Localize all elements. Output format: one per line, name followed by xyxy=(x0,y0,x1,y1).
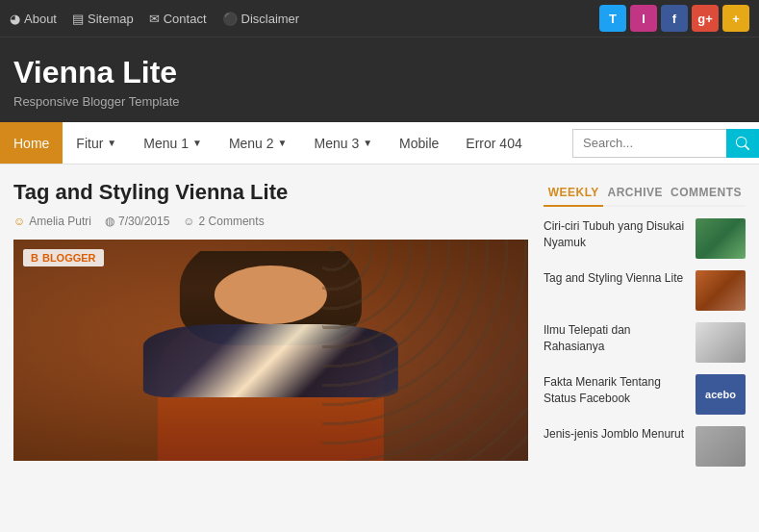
nav-error404[interactable]: Error 404 xyxy=(452,122,535,164)
gplus-button[interactable]: g+ xyxy=(692,5,719,32)
chevron-down-icon: ▼ xyxy=(192,138,202,148)
user-icon: ☺ xyxy=(13,215,25,228)
post-author-meta: ☺ Amelia Putri xyxy=(13,215,91,228)
sidebar: WEEKLY ARCHIVE COMMENTS Ciri-ciri Tubuh … xyxy=(544,180,746,478)
search-button[interactable] xyxy=(726,129,759,158)
post-date-meta: ◍ 7/30/2015 xyxy=(105,215,169,228)
globe-icon: ◕ xyxy=(10,12,20,26)
list-item: Tag and Styling Vienna Lite xyxy=(544,270,746,311)
sidebar-thumbnail xyxy=(696,218,746,259)
site-header: Vienna Lite Responsive Blogger Template xyxy=(0,37,759,122)
nav-menu1[interactable]: Menu 1 ▼ xyxy=(130,122,215,164)
instagram-button[interactable]: I xyxy=(630,5,657,32)
envelope-icon: ✉ xyxy=(149,12,160,26)
chevron-down-icon: ▼ xyxy=(107,138,116,148)
sidebar-post-title: Ciri-ciri Tubuh yang Disukai Nyamuk xyxy=(544,218,688,251)
content-area: Tag and Styling Vienna Lite ☺ Amelia Put… xyxy=(0,165,759,494)
post-comments: 2 Comments xyxy=(199,215,265,228)
info-icon: ⚫ xyxy=(222,12,238,26)
social-icons: T I f g+ + xyxy=(599,5,749,32)
file-icon: ▤ xyxy=(72,12,84,26)
list-item: Ilmu Telepati dan Rahasianya xyxy=(544,322,746,363)
sidebar-thumbnail: acebo xyxy=(696,374,746,415)
sidebar-thumbnail xyxy=(696,426,746,467)
list-item: Ciri-ciri Tubuh yang Disukai Nyamuk xyxy=(544,218,746,259)
top-nav: ◕ About ▤ Sitemap ✉ Contact ⚫ Disclaimer xyxy=(10,12,299,26)
search-form xyxy=(572,122,759,164)
plus-button[interactable]: + xyxy=(722,5,749,32)
sidebar-post-title: Ilmu Telepati dan Rahasianya xyxy=(544,322,688,355)
list-item: Jenis-jenis Jomblo Menurut xyxy=(544,426,746,467)
sidebar-post-title: Jenis-jenis Jomblo Menurut xyxy=(544,426,688,443)
nav-menu3[interactable]: Menu 3 ▼ xyxy=(300,122,386,164)
post-comments-meta: ☺ 2 Comments xyxy=(183,215,264,228)
sidebar-tabs: WEEKLY ARCHIVE COMMENTS xyxy=(544,180,746,207)
main-nav: Home Fitur ▼ Menu 1 ▼ Menu 2 ▼ Menu 3 ▼ … xyxy=(0,122,759,165)
top-bar: ◕ About ▤ Sitemap ✉ Contact ⚫ Disclaimer… xyxy=(0,0,759,37)
about-link[interactable]: ◕ About xyxy=(10,12,57,26)
search-icon xyxy=(736,137,749,150)
disclaimer-link[interactable]: ⚫ Disclaimer xyxy=(222,12,300,26)
post-meta: ☺ Amelia Putri ◍ 7/30/2015 ☺ 2 Comments xyxy=(13,215,528,228)
search-input[interactable] xyxy=(572,129,726,158)
post-image-wrap: B BLOGGER xyxy=(13,240,528,461)
post-image: B BLOGGER xyxy=(13,240,528,461)
tab-archive[interactable]: ARCHIVE xyxy=(603,180,667,205)
site-title: Vienna Lite xyxy=(13,55,746,90)
chevron-down-icon: ▼ xyxy=(278,138,288,148)
nav-menu2[interactable]: Menu 2 ▼ xyxy=(215,122,301,164)
post-title: Tag and Styling Vienna Lite xyxy=(13,180,528,205)
main-post: Tag and Styling Vienna Lite ☺ Amelia Put… xyxy=(13,180,528,478)
nav-mobile[interactable]: Mobile xyxy=(386,122,452,164)
twitter-button[interactable]: T xyxy=(599,5,626,32)
comment-icon: ☺ xyxy=(183,215,194,228)
blogger-icon: B xyxy=(31,252,38,264)
list-item: Fakta Menarik Tentang Status Facebook ac… xyxy=(544,374,746,415)
post-date: 7/30/2015 xyxy=(118,215,169,228)
chevron-down-icon: ▼ xyxy=(363,138,372,148)
sidebar-post-title: Fakta Menarik Tentang Status Facebook xyxy=(544,374,688,407)
clock-icon: ◍ xyxy=(105,215,114,228)
contact-link[interactable]: ✉ Contact xyxy=(149,12,207,26)
sitemap-link[interactable]: ▤ Sitemap xyxy=(72,12,134,26)
post-author: Amelia Putri xyxy=(29,215,91,228)
sidebar-thumbnail xyxy=(696,322,746,363)
nav-fitur[interactable]: Fitur ▼ xyxy=(63,122,130,164)
tab-weekly[interactable]: WEEKLY xyxy=(544,180,603,207)
sidebar-thumbnail xyxy=(696,270,746,311)
blogger-badge: B BLOGGER xyxy=(23,249,104,266)
facebook-button[interactable]: f xyxy=(661,5,688,32)
tab-comments[interactable]: COMMENTS xyxy=(667,180,746,205)
site-subtitle: Responsive Blogger Template xyxy=(13,94,746,109)
nav-home[interactable]: Home xyxy=(0,122,63,164)
sidebar-post-title: Tag and Styling Vienna Lite xyxy=(544,270,688,287)
